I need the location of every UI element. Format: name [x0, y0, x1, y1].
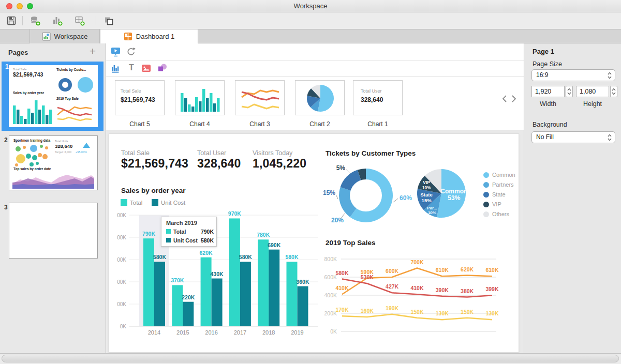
- thumb1-donut: [58, 78, 72, 92]
- duplicate-button[interactable]: [102, 16, 114, 26]
- page-number: 1: [5, 63, 9, 70]
- svg-text:610K: 610K: [485, 267, 499, 273]
- width-stepper[interactable]: [566, 86, 573, 97]
- tickets-legend-item: Partners: [483, 181, 520, 189]
- page-size-label: Page Size: [533, 60, 562, 68]
- tooltip-series-name: Unit Cost: [173, 237, 198, 244]
- workspace-tab-icon: [42, 32, 51, 41]
- svg-text:2017: 2017: [234, 329, 246, 336]
- canvas-toolbar: [106, 43, 524, 60]
- window-title: Workspace: [0, 2, 621, 10]
- svg-text:580K: 580K: [153, 254, 167, 260]
- bar-chart-svg[interactable]: 1000K800K600K400K200K0K2014790K580K20153…: [117, 211, 320, 339]
- svg-text:410K: 410K: [335, 285, 349, 291]
- stepper-icon: [567, 88, 571, 95]
- chevron-left-icon: [501, 95, 508, 103]
- present-icon: [110, 47, 121, 57]
- page-size-select[interactable]: 16:9: [531, 69, 615, 81]
- gallery-prev-button[interactable]: [501, 95, 508, 105]
- pie-chart-svg[interactable]: Common53%Par...10%State15%VIP10%: [415, 159, 492, 234]
- legend-dot: [483, 211, 489, 217]
- tab-dashboard-1[interactable]: Dashboard 1: [100, 29, 198, 43]
- up-triangle-icon: [83, 143, 90, 148]
- tickets-chart-title: Tickets by Customer Types: [326, 149, 416, 157]
- svg-text:790K: 790K: [142, 231, 156, 237]
- svg-text:400K: 400K: [324, 292, 337, 298]
- insert-image-tool[interactable]: [141, 64, 151, 74]
- app-toolbar: [0, 12, 621, 29]
- thumb1-bar-title: Sales by order year: [13, 91, 44, 95]
- gallery-kpi-value: $21,569,743: [121, 96, 155, 103]
- gallery-card-chart2[interactable]: [295, 80, 345, 115]
- inspector-title: Page 1: [533, 48, 554, 55]
- tab-workspace[interactable]: Workspace: [29, 29, 100, 43]
- insert-chart-tool[interactable]: [111, 64, 121, 75]
- svg-text:580K: 580K: [285, 254, 299, 260]
- thumb2-title: Sportmen training data: [13, 139, 50, 142]
- thumb1-tickets-title: Tickets by Custo...: [56, 68, 86, 71]
- gallery-kpi-value: 328,640: [361, 96, 383, 103]
- add-dashboard-button[interactable]: [74, 16, 85, 26]
- select-stepper-icon: [608, 134, 612, 145]
- gallery-card-chart3[interactable]: [235, 80, 285, 115]
- insert-shape-tool[interactable]: [157, 63, 168, 75]
- svg-text:2016: 2016: [205, 329, 217, 336]
- present-button[interactable]: [110, 47, 121, 59]
- kpi-value: $21,569,743: [121, 157, 188, 171]
- height-stepper[interactable]: [610, 86, 617, 97]
- gallery-card-chart4[interactable]: [175, 80, 225, 115]
- kpi-label: Total Sale: [121, 149, 150, 157]
- donut-chart-svg[interactable]: 60%20%15%5%: [321, 159, 425, 234]
- svg-text:15%: 15%: [323, 189, 335, 196]
- legend-dot: [483, 192, 489, 198]
- image-icon: [141, 64, 151, 72]
- copy-icon: [103, 17, 113, 25]
- svg-text:150K: 150K: [461, 309, 474, 315]
- gallery-lines-preview: [241, 86, 280, 111]
- height-input[interactable]: 1,080: [576, 86, 609, 97]
- save-button[interactable]: [6, 16, 17, 26]
- save-icon: [7, 16, 16, 25]
- add-page-button[interactable]: +: [86, 44, 99, 58]
- page-size-value: 16:9: [536, 71, 548, 79]
- add-chart-button[interactable]: [52, 16, 63, 26]
- legend-dot: [483, 172, 489, 178]
- background-select[interactable]: No Fill: [531, 131, 615, 143]
- svg-text:410K: 410K: [410, 285, 424, 291]
- page-thumbnail-1[interactable]: 1 Total Sale $21,569,743 Tickets by Cust…: [2, 62, 103, 131]
- chart-add-icon: [52, 16, 63, 26]
- chevron-right-icon: [511, 95, 517, 103]
- gallery-next-button[interactable]: [511, 95, 517, 105]
- dashboard-tab-icon: [124, 32, 132, 41]
- svg-text:170K: 170K: [335, 307, 349, 313]
- gallery-card-chart1[interactable]: Total User 328,640: [353, 80, 403, 115]
- add-data-source-button[interactable]: [29, 16, 41, 26]
- gallery-card-label: Chart 1: [353, 120, 403, 128]
- page-thumbnail-3[interactable]: [9, 203, 98, 259]
- legend-dot: [483, 182, 489, 188]
- thumb1-line-title: 2019 Top Sale: [56, 97, 79, 100]
- background-label: Background: [533, 121, 567, 128]
- width-input[interactable]: 1,920: [531, 86, 565, 97]
- line-chart-svg[interactable]: 800K600K400K200K0K410K590K600K700K610K62…: [321, 250, 520, 341]
- scrollbar-thumb[interactable]: [2, 355, 619, 362]
- width-label: Width: [531, 100, 565, 108]
- pages-panel: Pages + 1 Total Sale $21,569,743 Tickets…: [0, 43, 106, 353]
- gallery-card-chart5[interactable]: Total Sale $21,569,743: [115, 80, 165, 115]
- bar-chart-title: Sales by order year: [121, 187, 186, 194]
- refresh-button[interactable]: [126, 47, 136, 58]
- dashboard-page[interactable]: Total Sale $21,569,743 Total User 328,64…: [109, 133, 519, 353]
- gallery-kpi-label: Total User: [361, 88, 382, 94]
- page-thumbnail-2[interactable]: Sportmen training data Total Units 328,6…: [9, 135, 98, 190]
- thumb1-lines-chart: [55, 102, 94, 123]
- text-tool-icon: T: [129, 63, 134, 72]
- svg-text:160K: 160K: [361, 308, 374, 314]
- svg-text:2015: 2015: [176, 329, 189, 336]
- svg-text:200K: 200K: [324, 310, 337, 316]
- tooltip-title: March 2019: [166, 220, 197, 226]
- database-add-icon: [30, 16, 41, 26]
- page1-thumb-card: Total Sale $21,569,743 Tickets by Custo.…: [9, 65, 98, 127]
- insert-text-tool[interactable]: T: [127, 63, 136, 72]
- bar-chart-icon: [111, 64, 121, 73]
- thumb1-kpi-label: Total Sale: [13, 68, 26, 71]
